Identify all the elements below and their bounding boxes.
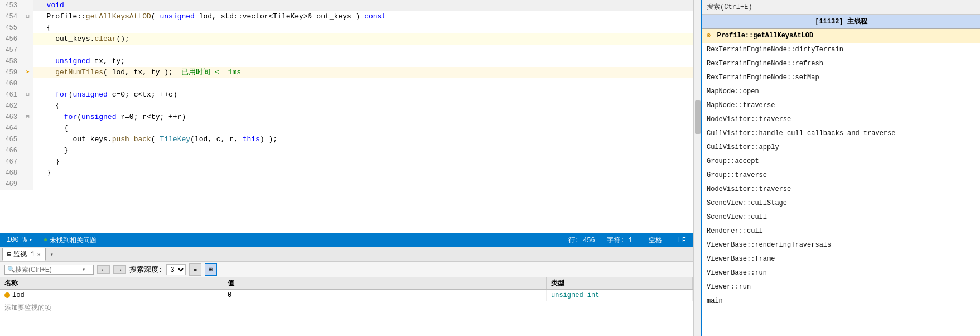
list-item[interactable]: SceneView::cull bbox=[702, 210, 980, 224]
line-content: for(unsigned c=0; c<tx; ++c) bbox=[33, 89, 693, 100]
call-stack-header: [11132] 主线程 bbox=[702, 15, 980, 29]
call-stack-item-active[interactable]: ⚙ Profile::getAllKeysAtLOD bbox=[702, 29, 980, 43]
table-row: 462 { bbox=[0, 100, 693, 112]
list-item[interactable]: MapNode::open bbox=[702, 85, 980, 99]
line-number: 465 bbox=[0, 134, 22, 145]
watch-filter-button[interactable]: ≡ bbox=[189, 263, 201, 276]
list-item[interactable]: RexTerrainEngineNode::refresh bbox=[702, 57, 980, 71]
watch-back-button[interactable]: ← bbox=[97, 265, 110, 274]
call-stack-item-group-accept[interactable]: Group::accept bbox=[702, 155, 980, 169]
watch-col-type-header: 类型 bbox=[547, 277, 693, 289]
line-number: 455 bbox=[0, 22, 22, 33]
table-row: 459 ➤ getNumTiles( lod, tx, ty ); 已用时间 <… bbox=[0, 67, 693, 78]
line-gutter bbox=[22, 167, 33, 179]
fold-icon[interactable]: ⊟ bbox=[26, 11, 29, 22]
line-gutter: ⊟ bbox=[22, 11, 33, 22]
table-row: 467 } bbox=[0, 156, 693, 167]
line-gutter: ⊟ bbox=[22, 89, 33, 100]
table-row: 465 out_keys.push_back( TileKey(lod, c, … bbox=[0, 134, 693, 145]
list-item[interactable]: MapNode::traverse bbox=[702, 99, 980, 113]
watch-tabs-chevron-icon[interactable]: ▾ bbox=[50, 251, 54, 258]
call-stack-list[interactable]: ⚙ Profile::getAllKeysAtLOD RexTerrainEng… bbox=[702, 29, 980, 336]
line-content bbox=[33, 179, 693, 190]
list-item[interactable]: NodeVisitor::traverse bbox=[702, 183, 980, 196]
watch-tab-close-button[interactable]: ✕ bbox=[37, 251, 41, 258]
call-stack-panel: 搜索(Ctrl+E) [11132] 主线程 ⚙ Profile::getAll… bbox=[701, 0, 980, 336]
watch-add-item[interactable]: 添加要监视的项 bbox=[0, 301, 693, 314]
call-stack-search-label[interactable]: 搜索(Ctrl+E) bbox=[707, 3, 752, 11]
line-gutter bbox=[22, 100, 33, 112]
list-item[interactable]: Viewer::run bbox=[702, 280, 980, 294]
list-item[interactable]: CullVisitor::apply bbox=[702, 141, 980, 155]
list-item[interactable]: Group::traverse bbox=[702, 169, 980, 183]
line-gutter bbox=[22, 0, 33, 11]
watch-tab-label: 监视 1 bbox=[13, 249, 35, 259]
code-content: 453 void 454 ⊟ Profile::getAllKeysAtLOD(… bbox=[0, 0, 693, 233]
fold-icon[interactable]: ⊟ bbox=[26, 89, 29, 100]
list-item[interactable]: RexTerrainEngineNode::dirtyTerrain bbox=[702, 43, 980, 57]
call-stack-search: 搜索(Ctrl+E) bbox=[702, 0, 980, 15]
table-row: 466 } bbox=[0, 145, 693, 156]
line-number: 459 bbox=[0, 67, 22, 78]
list-item[interactable]: ViewerBase::run bbox=[702, 266, 980, 280]
line-number: 453 bbox=[0, 0, 22, 11]
line-gutter bbox=[22, 45, 33, 56]
watch-forward-button[interactable]: → bbox=[113, 265, 126, 274]
list-item[interactable]: CullVisitor::handle_cull_callbacks_and_t… bbox=[702, 127, 980, 141]
line-content: void bbox=[33, 0, 693, 11]
watch-cell-type-lod: unsigned int bbox=[547, 290, 693, 301]
list-item[interactable]: NodeVisitor::traverse bbox=[702, 113, 980, 127]
status-right: 行: 456 字符: 1 空格 LF bbox=[568, 236, 686, 245]
watch-table: 名称 值 类型 lod 0 unsigned int 添加要监视的项 bbox=[0, 277, 693, 336]
problem-status: ● 未找到相关问题 bbox=[44, 236, 96, 245]
watch-search-input[interactable] bbox=[15, 266, 82, 273]
line-gutter: ➤ bbox=[22, 67, 33, 78]
scrollbar-thumb[interactable] bbox=[695, 100, 701, 134]
watch-tab-1[interactable]: ⊞ 监视 1 ✕ bbox=[2, 248, 46, 261]
code-lines: 453 void 454 ⊟ Profile::getAllKeysAtLOD(… bbox=[0, 0, 693, 190]
line-number: 464 bbox=[0, 123, 22, 134]
fold-icon[interactable]: ⊟ bbox=[26, 112, 29, 123]
watch-search-icon: 🔍 bbox=[7, 266, 15, 273]
table-row: 457 bbox=[0, 45, 693, 56]
line-gutter bbox=[22, 156, 33, 167]
table-row: 464 { bbox=[0, 123, 693, 134]
line-content: for(unsigned r=0; r<ty; ++r) bbox=[33, 112, 693, 123]
watch-depth-select[interactable]: 3 bbox=[166, 264, 186, 275]
line-content: { bbox=[33, 100, 693, 112]
line-number: 456 bbox=[0, 33, 22, 45]
watch-tab-pin-icon: ⊞ bbox=[7, 250, 11, 258]
line-content: out_keys.push_back( TileKey(lod, c, r, t… bbox=[33, 134, 693, 145]
line-content bbox=[33, 78, 693, 89]
watch-row-lod: lod 0 unsigned int bbox=[0, 290, 693, 301]
watch-cell-value-lod: 0 bbox=[223, 290, 547, 301]
list-item[interactable]: ViewerBase::frame bbox=[702, 252, 980, 266]
line-number: 461 bbox=[0, 89, 22, 100]
editor-scrollbar[interactable] bbox=[693, 0, 701, 336]
watch-search-dropdown-icon[interactable]: ▾ bbox=[82, 266, 85, 273]
list-item[interactable]: SceneView::cullStage bbox=[702, 196, 980, 210]
status-text: 未找到相关问题 bbox=[50, 236, 96, 245]
watch-panel: ⊞ 监视 1 ✕ ▾ 🔍 ▾ ← → 搜索深度: 3 ≡ ⊞ bbox=[0, 247, 693, 336]
line-gutter bbox=[22, 179, 33, 190]
line-number: 469 bbox=[0, 179, 22, 190]
list-item[interactable]: Renderer::cull bbox=[702, 224, 980, 238]
table-row: 453 void bbox=[0, 0, 693, 11]
watch-search-box: 🔍 ▾ bbox=[4, 265, 94, 275]
line-number: 457 bbox=[0, 45, 22, 56]
line-content: } bbox=[33, 167, 693, 179]
zoom-dropdown-icon[interactable]: ▾ bbox=[29, 237, 32, 243]
watch-col-value-header: 值 bbox=[223, 277, 547, 289]
list-item[interactable]: RexTerrainEngineNode::setMap bbox=[702, 71, 980, 85]
line-number: 458 bbox=[0, 56, 22, 67]
list-item[interactable]: ViewerBase::renderingTraversals bbox=[702, 238, 980, 252]
line-content: { bbox=[33, 123, 693, 134]
list-item[interactable]: main bbox=[702, 294, 980, 308]
table-row: 461 ⊟ for(unsigned c=0; c<tx; ++c) bbox=[0, 89, 693, 100]
row-value: 456 bbox=[583, 237, 595, 244]
zoom-value[interactable]: 100 % bbox=[7, 236, 27, 244]
line-number: 468 bbox=[0, 167, 22, 179]
table-row: 454 ⊟ Profile::getAllKeysAtLOD( unsigned… bbox=[0, 11, 693, 22]
watch-grid-button[interactable]: ⊞ bbox=[205, 263, 217, 276]
line-gutter: ⊟ bbox=[22, 112, 33, 123]
